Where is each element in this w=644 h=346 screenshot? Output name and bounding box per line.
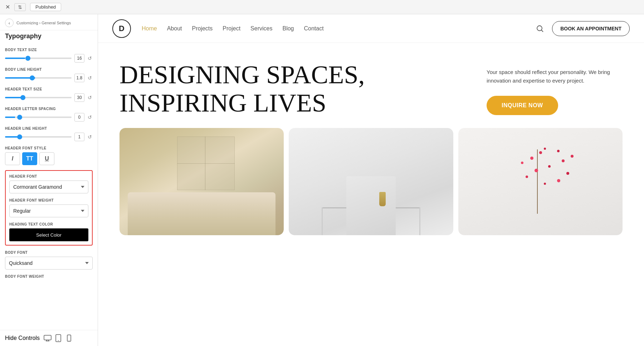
nav-link-projects[interactable]: Projects [192,25,213,32]
nav-link-blog[interactable]: Blog [282,25,294,32]
hero-left: DESIGNING SPACES, INSPIRING LIVES [119,61,487,117]
svg-line-9 [541,30,543,32]
arrows-icon: ⇅ [18,4,22,10]
nav-links: Home About Projects Project Services Blo… [142,25,535,32]
body-font-weight-control: BODY FONT WEIGHT [5,275,93,278]
body-text-size-value: 16 [74,54,84,63]
panel-bottom: Hide Controls [0,330,98,346]
header-letter-spacing-control: HEADER LETTER SPACING 0 ↺ [5,107,93,122]
bold-button[interactable]: TT [22,152,37,165]
font-style-row: I TT U [5,152,93,165]
image-grid [98,128,644,242]
content-area: D Home About Projects Project Services B… [98,14,644,346]
chair-image-card [289,128,453,235]
nav-link-services[interactable]: Services [250,25,272,32]
header-text-size-row: 30 ↺ [5,93,93,102]
body-line-height-control: BODY LINE HEIGHT 1.8 ↺ [5,68,93,82]
header-letter-spacing-value: 0 [74,113,84,122]
header-text-size-reset[interactable]: ↺ [87,94,93,101]
hero-title-line2: INSPIRING LIVES [119,89,370,117]
header-text-size-control: HEADER TEXT SIZE 30 ↺ [5,87,93,102]
header-font-weight-select[interactable]: Regular Bold Light Medium [9,204,88,217]
header-letter-spacing-reset[interactable]: ↺ [87,114,93,121]
header-line-height-row: 1 ↺ [5,133,93,141]
nav-link-home[interactable]: Home [142,25,157,32]
body-line-height-reset[interactable]: ↺ [87,74,93,81]
nav-link-project[interactable]: Project [223,25,240,32]
close-button[interactable]: ✕ [4,3,11,11]
body-line-height-slider[interactable] [5,77,72,79]
floral-image-card [458,128,623,235]
undo-redo-button[interactable]: ⇅ [14,3,26,11]
body-line-height-value: 1.8 [74,74,84,82]
header-line-height-reset[interactable]: ↺ [87,133,93,140]
body-font-control: BODY FONT Quicksand Arial Helvetica Open… [5,251,93,270]
underline-button[interactable]: U [39,152,54,165]
published-badge: Published [30,3,61,11]
panel-header: ‹ Customizing › General Settings [0,14,98,30]
hero-description: Your space should reflect your personali… [487,68,623,85]
header-text-size-value: 30 [74,93,84,102]
preview-nav: D Home About Projects Project Services B… [98,14,644,43]
header-line-height-value: 1 [74,133,84,141]
body-text-size-reset[interactable]: ↺ [87,55,93,62]
hero-right: Your space should reflect your personali… [487,61,623,117]
back-icon: ‹ [9,20,10,26]
website-preview: D Home About Projects Project Services B… [98,14,644,346]
header-font-weight-label: HEADER FONT WEIGHT [9,198,88,202]
nav-link-contact[interactable]: Contact [304,25,323,32]
panel-title: Typography [0,30,98,44]
close-icon: ✕ [5,4,10,10]
mobile-view-button[interactable] [65,334,73,342]
header-font-label: HEADER FONT [9,174,88,178]
breadcrumb: Customizing › General Settings [16,21,71,25]
header-font-select[interactable]: Cormorant Garamond Playfair Display Geor… [9,181,88,193]
svg-point-8 [537,26,542,31]
search-icon[interactable] [535,24,545,34]
header-text-size-slider[interactable] [5,97,72,98]
heading-text-color-label: HEADING TEXT COLOR [9,222,88,226]
body-text-size-label: BODY TEXT SIZE [5,48,93,52]
svg-point-7 [69,340,69,341]
main-layout: ‹ Customizing › General Settings Typogra… [0,14,644,346]
body-font-weight-label: BODY FONT WEIGHT [5,275,93,278]
hero-title-line1: DESIGNING SPACES, [119,61,370,89]
inquire-now-button[interactable]: INQUIRE NOW [487,96,558,115]
header-font-style-control: HEADER FONT STYLE I TT U [5,146,93,165]
body-font-label: BODY FONT [5,251,93,254]
header-font-control: HEADER FONT Cormorant Garamond Playfair … [9,174,88,193]
hero-title: DESIGNING SPACES, INSPIRING LIVES [119,61,370,117]
svg-point-5 [58,340,59,341]
sofa-image-card [119,128,284,235]
panel-content: BODY TEXT SIZE 16 ↺ BODY LINE HEIGHT 1.8… [0,44,98,330]
header-line-height-slider[interactable] [5,136,72,138]
book-appointment-button[interactable]: BOOK AN APPOINTMENT [552,21,630,36]
italic-button[interactable]: I [5,152,20,165]
header-letter-spacing-slider[interactable] [5,117,72,118]
top-bar: ✕ ⇅ Published [0,0,644,14]
body-text-size-slider[interactable] [5,58,72,59]
header-font-weight-control: HEADER FONT WEIGHT Regular Bold Light Me… [9,198,88,217]
back-button[interactable]: ‹ [5,19,14,27]
header-line-height-control: HEADER LINE HEIGHT 1 ↺ [5,127,93,141]
hide-controls-label: Hide Controls [5,335,40,341]
body-line-height-row: 1.8 ↺ [5,74,93,82]
header-line-height-label: HEADER LINE HEIGHT [5,127,93,130]
body-text-size-row: 16 ↺ [5,54,93,63]
tablet-view-button[interactable] [54,334,63,342]
header-letter-spacing-label: HEADER LETTER SPACING [5,107,93,111]
body-font-select[interactable]: Quicksand Arial Helvetica Open Sans [5,257,93,270]
header-letter-spacing-row: 0 ↺ [5,113,93,122]
heading-text-color-control: HEADING TEXT COLOR Select Color [9,222,88,241]
header-font-style-label: HEADER FONT STYLE [5,146,93,150]
nav-link-about[interactable]: About [167,25,182,32]
left-panel: ‹ Customizing › General Settings Typogra… [0,14,98,346]
desktop-view-button[interactable] [43,334,52,342]
view-icons [43,334,73,342]
hero-section: DESIGNING SPACES, INSPIRING LIVES Your s… [98,43,644,128]
nav-logo: D [112,19,131,38]
select-color-button[interactable]: Select Color [9,228,88,241]
header-text-size-label: HEADER TEXT SIZE [5,87,93,91]
body-text-size-control: BODY TEXT SIZE 16 ↺ [5,48,93,63]
header-font-section: HEADER FONT Cormorant Garamond Playfair … [5,170,93,246]
